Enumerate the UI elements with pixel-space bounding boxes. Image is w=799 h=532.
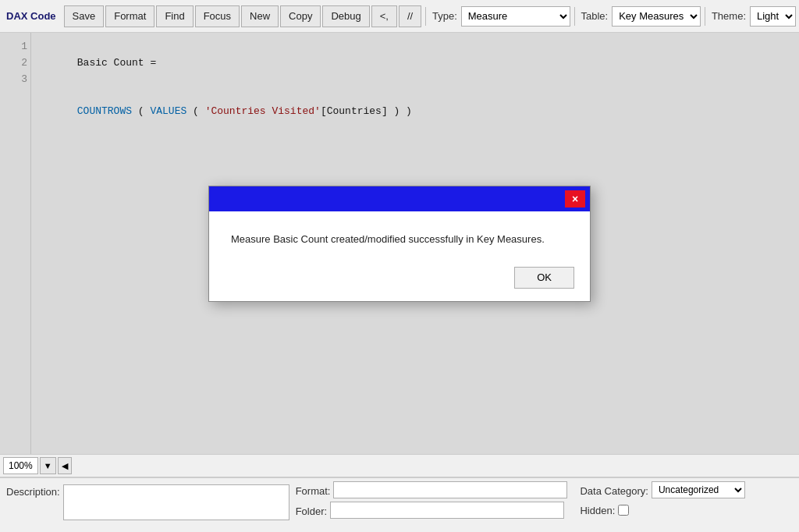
- description-input[interactable]: [63, 484, 289, 520]
- table-select[interactable]: Key Measures: [612, 6, 701, 27]
- save-button[interactable]: Save: [64, 5, 105, 27]
- folder-input[interactable]: [330, 502, 564, 519]
- modal-close-button[interactable]: ×: [565, 190, 585, 207]
- modal-footer: OK: [209, 261, 590, 301]
- theme-label: Theme:: [709, 10, 748, 22]
- data-category-select[interactable]: Uncategorized: [652, 481, 745, 498]
- separator-1: [425, 7, 426, 26]
- app-title: DAX Code: [3, 10, 62, 22]
- separator-3: [705, 7, 705, 26]
- editor-container: 1 2 3 Basic Count = COUNTROWS ( VALUES (…: [0, 33, 799, 454]
- format-input[interactable]: [333, 481, 567, 498]
- status-bar: 100% ▼ ◀: [0, 454, 799, 477]
- modal-titlebar: ×: [209, 186, 590, 211]
- toolbar: DAX Code Save Format Find Focus New Copy…: [0, 0, 799, 33]
- hidden-checkbox[interactable]: [618, 505, 629, 516]
- hidden-label: Hidden:: [580, 503, 615, 516]
- zoom-display: 100%: [3, 457, 38, 474]
- new-button[interactable]: New: [241, 5, 279, 27]
- comma-button[interactable]: <,: [371, 5, 397, 27]
- format-button[interactable]: Format: [105, 5, 154, 27]
- data-category-label: Data Category:: [580, 484, 648, 497]
- copy-button[interactable]: Copy: [280, 5, 321, 27]
- modal-ok-button[interactable]: OK: [514, 267, 574, 289]
- description-field: Description:: [6, 481, 289, 529]
- modal-overlay: × Measure Basic Count created/modified s…: [0, 33, 799, 454]
- data-category-row: Data Category: Uncategorized: [580, 481, 744, 498]
- format-folder-col: Format: Folder:: [296, 481, 568, 529]
- modal-dialog: × Measure Basic Count created/modified s…: [208, 186, 591, 302]
- modal-body: Measure Basic Count created/modified suc…: [209, 211, 590, 261]
- hidden-row: Hidden:: [580, 503, 744, 516]
- scroll-left-button[interactable]: ◀: [58, 457, 72, 474]
- folder-label: Folder:: [296, 504, 327, 517]
- comment-button[interactable]: //: [399, 5, 421, 27]
- format-row: Format:: [296, 481, 568, 498]
- modal-message: Measure Basic Count created/modified suc…: [231, 233, 545, 245]
- data-category-section: Data Category: Uncategorized Hidden:: [580, 481, 744, 529]
- folder-row: Folder:: [296, 502, 568, 519]
- zoom-arrow[interactable]: ▼: [40, 457, 56, 474]
- format-label: Format:: [296, 484, 331, 497]
- focus-button[interactable]: Focus: [195, 5, 240, 27]
- description-label: Description:: [6, 484, 60, 498]
- info-bar: Description: Format: Folder: Data Catego…: [0, 477, 799, 532]
- type-label: Type:: [430, 10, 460, 22]
- type-select[interactable]: Measure Calculated Column Calculated Tab…: [461, 6, 570, 27]
- table-label: Table:: [578, 10, 610, 22]
- find-button[interactable]: Find: [156, 5, 193, 27]
- theme-select[interactable]: Light Dark: [750, 6, 796, 27]
- debug-button[interactable]: Debug: [322, 5, 369, 27]
- separator-2: [574, 7, 575, 26]
